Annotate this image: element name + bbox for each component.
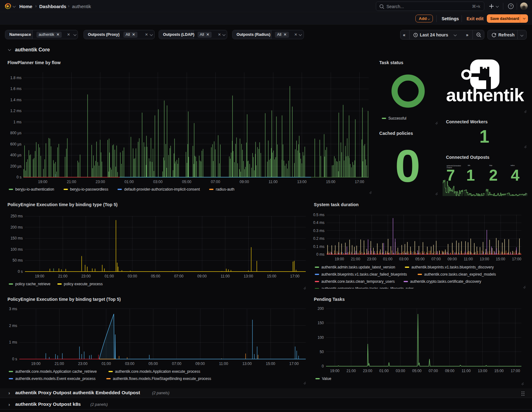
svg-text:200 µs: 200 µs	[10, 164, 22, 168]
svg-text:200 ms: 200 ms	[11, 225, 23, 230]
svg-text:1.4 ms: 1.4 ms	[10, 98, 22, 102]
svg-text:05:00: 05:00	[412, 369, 421, 373]
svg-text:13:00: 13:00	[480, 257, 489, 261]
svg-text:1.2 ms: 1.2 ms	[10, 109, 22, 113]
svg-text:?: ?	[510, 4, 512, 8]
svg-text:50 ms: 50 ms	[12, 258, 23, 263]
svg-text:3 ms: 3 ms	[9, 307, 17, 311]
svg-text:1 ms: 1 ms	[9, 340, 17, 344]
svg-text:01:00: 01:00	[104, 274, 114, 278]
svg-text:0 s: 0 s	[18, 269, 23, 274]
svg-text:1.8 ms: 1.8 ms	[10, 76, 22, 80]
svg-text:01:00: 01:00	[379, 369, 389, 373]
svg-text:0 s: 0 s	[12, 357, 17, 361]
svg-text:23:00: 23:00	[363, 369, 372, 373]
svg-text:21:00: 21:00	[351, 257, 360, 261]
svg-text:05:00: 05:00	[148, 362, 158, 366]
svg-text:21:00: 21:00	[67, 180, 76, 184]
svg-text:11:00: 11:00	[464, 257, 473, 261]
svg-text:07:00: 07:00	[431, 257, 441, 261]
svg-text:09:00: 09:00	[240, 180, 249, 184]
svg-text:0.4 ms: 0.4 ms	[313, 220, 324, 225]
svg-text:13:00: 13:00	[478, 369, 487, 373]
svg-text:01:00: 01:00	[124, 180, 134, 184]
svg-text:17:00: 17:00	[512, 257, 521, 261]
svg-text:05:00: 05:00	[151, 274, 160, 278]
svg-text:11:00: 11:00	[221, 274, 230, 278]
svg-text:0.1 ms: 0.1 ms	[313, 244, 324, 249]
svg-text:11:00: 11:00	[462, 369, 471, 373]
svg-text:13:00: 13:00	[297, 180, 307, 184]
svg-text:11:00: 11:00	[269, 180, 278, 184]
svg-text:05:00: 05:00	[415, 257, 424, 261]
svg-text:09:00: 09:00	[195, 362, 205, 366]
svg-text:15:00: 15:00	[326, 180, 335, 184]
svg-text:0.5 ms: 0.5 ms	[313, 213, 324, 217]
svg-text:2 ms: 2 ms	[9, 324, 17, 328]
svg-text:21:00: 21:00	[55, 362, 64, 366]
svg-text:09:00: 09:00	[448, 257, 457, 261]
svg-text:07:00: 07:00	[211, 180, 220, 184]
svg-text:15:00: 15:00	[266, 362, 275, 366]
svg-text:07:00: 07:00	[429, 369, 438, 373]
svg-text:17:00: 17:00	[290, 274, 300, 278]
svg-text:21:00: 21:00	[58, 274, 67, 278]
svg-text:01:00: 01:00	[383, 257, 392, 261]
svg-text:09:00: 09:00	[445, 369, 454, 373]
svg-text:150: 150	[318, 321, 324, 325]
svg-text:800 µs: 800 µs	[10, 131, 22, 135]
svg-text:23:00: 23:00	[367, 257, 376, 261]
svg-text:1.6 ms: 1.6 ms	[10, 87, 22, 91]
svg-text:23:00: 23:00	[81, 274, 91, 278]
svg-text:19:00: 19:00	[35, 274, 44, 278]
svg-text:15:00: 15:00	[267, 274, 276, 278]
svg-text:0.2 ms: 0.2 ms	[313, 236, 324, 241]
svg-text:600 µs: 600 µs	[10, 142, 22, 146]
svg-text:15:00: 15:00	[496, 257, 505, 261]
svg-text:03:00: 03:00	[396, 369, 405, 373]
svg-text:50: 50	[320, 350, 324, 354]
svg-text:03:00: 03:00	[153, 180, 163, 184]
svg-text:150 ms: 150 ms	[11, 236, 23, 240]
svg-text:400 µs: 400 µs	[10, 153, 22, 157]
svg-text:13:00: 13:00	[242, 362, 252, 366]
svg-text:0 s: 0 s	[17, 175, 22, 179]
svg-text:07:00: 07:00	[172, 362, 181, 366]
svg-text:17:00: 17:00	[355, 180, 364, 184]
svg-text:05:00: 05:00	[182, 180, 191, 184]
svg-text:15:00: 15:00	[494, 369, 504, 373]
svg-text:200: 200	[318, 306, 324, 311]
svg-text:19:00: 19:00	[38, 180, 47, 184]
svg-text:11:00: 11:00	[219, 362, 228, 366]
svg-text:23:00: 23:00	[78, 362, 88, 366]
svg-text:100 ms: 100 ms	[11, 247, 23, 252]
svg-text:17:00: 17:00	[289, 362, 299, 366]
svg-text:23:00: 23:00	[96, 180, 105, 184]
svg-text:01:00: 01:00	[102, 362, 111, 366]
svg-text:0.3 ms: 0.3 ms	[313, 229, 324, 233]
svg-text:1 ms: 1 ms	[13, 120, 22, 124]
svg-text:19:00: 19:00	[330, 369, 339, 373]
svg-text:17:00: 17:00	[511, 369, 520, 373]
svg-text:250 ms: 250 ms	[11, 214, 23, 218]
svg-text:0: 0	[322, 364, 324, 368]
svg-text:13:00: 13:00	[244, 274, 253, 278]
svg-text:0 ms: 0 ms	[316, 252, 324, 257]
svg-text:03:00: 03:00	[399, 257, 409, 261]
svg-text:19:00: 19:00	[335, 257, 344, 261]
svg-text:07:00: 07:00	[174, 274, 184, 278]
svg-text:21:00: 21:00	[347, 369, 356, 373]
svg-text:03:00: 03:00	[125, 362, 134, 366]
svg-text:03:00: 03:00	[128, 274, 137, 278]
svg-text:09:00: 09:00	[197, 274, 207, 278]
svg-text:19:00: 19:00	[31, 362, 41, 366]
svg-text:100: 100	[318, 335, 324, 340]
